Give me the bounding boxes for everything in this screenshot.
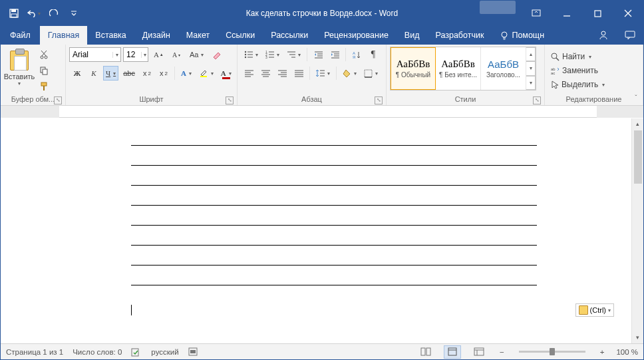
styles-label: Стили (455, 95, 476, 103)
svg-rect-72 (421, 348, 425, 355)
print-layout-button[interactable] (444, 345, 461, 359)
svg-point-21 (245, 54, 246, 55)
group-font: ▾ ▾ A▴ A▾ Aa Ж К Ч abc x2 x2 A A Шрифт⤡ (66, 45, 238, 105)
qat-customize-button[interactable] (65, 3, 83, 23)
tab-mailings[interactable]: Рассылки (263, 26, 316, 45)
grow-font-button[interactable]: A▴ (151, 47, 166, 62)
paste-options-button[interactable]: (Ctrl) ▾ (575, 303, 614, 317)
zoom-out-button[interactable]: − (497, 348, 507, 356)
font-launcher[interactable]: ⤡ (226, 96, 234, 104)
paste-button[interactable]: Вставить ▾ (4, 47, 35, 90)
macro-button[interactable] (188, 347, 198, 356)
share-button[interactable] (590, 26, 617, 45)
tab-developer[interactable]: Разработчик (427, 26, 492, 45)
zoom-in-button[interactable]: + (597, 348, 607, 356)
style-normal[interactable]: АаБбВв ¶ Обычный (391, 47, 436, 90)
account-badge[interactable] (480, 1, 516, 14)
svg-rect-14 (43, 69, 47, 75)
tab-home[interactable]: Главная (40, 26, 88, 45)
select-button[interactable]: Выделить (548, 78, 607, 92)
chevron-down-icon[interactable]: ▾ (112, 52, 120, 58)
collapse-ribbon-button[interactable]: ˇ (631, 94, 641, 104)
change-case-button[interactable]: Aa (187, 47, 206, 62)
multilevel-list-button[interactable] (284, 47, 303, 62)
svg-rect-69 (132, 349, 138, 356)
align-left-button[interactable] (242, 66, 256, 81)
show-marks-button[interactable]: ¶ (366, 47, 381, 62)
comments-button[interactable] (617, 26, 643, 45)
tab-references[interactable]: Ссылки (218, 26, 263, 45)
read-mode-button[interactable] (417, 345, 434, 359)
scroll-thumb[interactable] (634, 130, 642, 184)
clipboard-launcher[interactable]: ⤡ (54, 96, 62, 104)
tab-file[interactable]: Файл (1, 26, 40, 45)
close-button[interactable] (613, 1, 643, 26)
borders-button[interactable] (361, 66, 381, 81)
font-name-input[interactable] (70, 48, 112, 61)
clear-formatting-button[interactable] (210, 47, 225, 62)
language-indicator[interactable]: русский (151, 348, 178, 356)
decrease-indent-button[interactable] (311, 47, 325, 62)
numbering-button[interactable]: 123 (263, 47, 282, 62)
sort-button[interactable]: AЯ (349, 47, 364, 62)
ruler[interactable] (1, 106, 643, 118)
tab-layout[interactable]: Макет (178, 26, 218, 45)
font-size-input[interactable] (124, 48, 141, 61)
find-button[interactable]: Найти (548, 50, 594, 64)
align-right-button[interactable] (275, 66, 289, 81)
web-layout-button[interactable] (470, 345, 488, 359)
tab-review[interactable]: Рецензирование (316, 26, 397, 45)
justify-button[interactable] (291, 66, 306, 81)
italic-button[interactable]: К (86, 66, 101, 81)
superscript-button[interactable]: x2 (156, 66, 171, 81)
cut-button[interactable] (37, 47, 51, 62)
svg-point-19 (245, 51, 246, 53)
paragraph-launcher[interactable]: ⤡ (375, 96, 383, 104)
word-count[interactable]: Число слов: 0 (73, 348, 122, 356)
style-heading1[interactable]: АаБбВ Заголово... (481, 47, 526, 90)
format-painter-button[interactable] (37, 79, 51, 94)
tab-design[interactable]: Дизайн (134, 26, 178, 45)
save-button[interactable] (5, 3, 23, 23)
highlight-button[interactable] (196, 66, 216, 81)
zoom-level[interactable]: 100 % (616, 348, 638, 356)
minimize-button[interactable] (552, 1, 582, 26)
shrink-font-button[interactable]: A▾ (169, 47, 184, 62)
styles-launcher[interactable]: ⤡ (533, 96, 541, 104)
vertical-scrollbar[interactable]: ▴ ▾ (631, 118, 643, 343)
document-area[interactable]: (Ctrl) ▾ (1, 118, 631, 343)
font-color-button[interactable]: A (218, 66, 234, 81)
underline-button[interactable]: Ч (103, 66, 118, 81)
strikethrough-button[interactable]: abc (120, 66, 138, 81)
line-spacing-button[interactable] (313, 66, 333, 81)
gallery-up[interactable]: ▴ (526, 47, 536, 61)
chevron-down-icon[interactable]: ▾ (141, 52, 148, 58)
copy-button[interactable] (37, 63, 51, 78)
align-center-button[interactable] (258, 66, 273, 81)
bold-button[interactable]: Ж (70, 66, 84, 81)
font-name-combo[interactable]: ▾ (69, 47, 121, 62)
redo-button[interactable] (45, 3, 63, 23)
increase-indent-button[interactable] (327, 47, 342, 62)
tab-insert[interactable]: Вставка (87, 26, 134, 45)
ribbon-display-options[interactable] (521, 1, 552, 26)
paste-icon (10, 51, 29, 71)
tab-view[interactable]: Вид (397, 26, 428, 45)
bullets-button[interactable] (242, 47, 261, 62)
undo-button[interactable] (25, 3, 43, 23)
scroll-up[interactable]: ▴ (632, 118, 643, 130)
maximize-button[interactable] (582, 1, 613, 26)
style-no-spacing[interactable]: АаБбВв ¶ Без инте... (436, 47, 481, 90)
font-size-combo[interactable]: ▾ (123, 47, 148, 62)
text-effects-button[interactable]: A (178, 66, 194, 81)
gallery-down[interactable]: ▾ (526, 61, 536, 75)
shading-button[interactable] (340, 66, 359, 81)
scroll-down[interactable]: ▾ (632, 332, 643, 343)
gallery-more[interactable]: ▾ (526, 76, 536, 90)
tell-me[interactable]: Помощн (492, 26, 552, 45)
spellcheck-button[interactable] (131, 347, 142, 357)
zoom-slider[interactable] (519, 351, 585, 353)
subscript-button[interactable]: x2 (140, 66, 154, 81)
replace-button[interactable]: abac Заменить (548, 64, 601, 78)
page-indicator[interactable]: Страница 1 из 1 (6, 348, 63, 356)
